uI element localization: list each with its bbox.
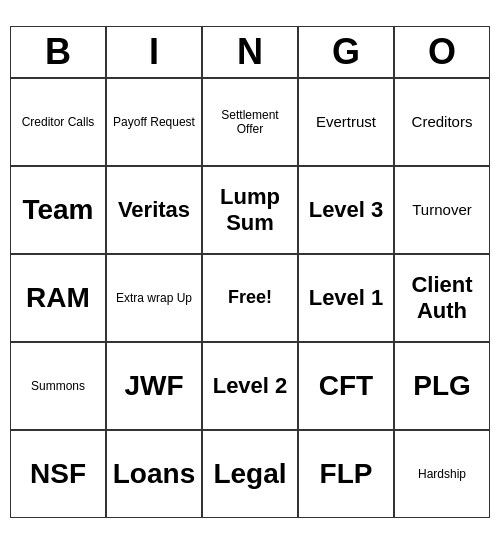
bingo-cell: Payoff Request [106, 78, 202, 166]
bingo-row: NSFLoansLegalFLPHardship [10, 430, 490, 518]
bingo-cell: Level 1 [298, 254, 394, 342]
bingo-row: SummonsJWFLevel 2CFTPLG [10, 342, 490, 430]
bingo-row: RAMExtra wrap UpFree!Level 1Client Auth [10, 254, 490, 342]
bingo-cell: Client Auth [394, 254, 490, 342]
bingo-cell: Evertrust [298, 78, 394, 166]
bingo-cell: Level 2 [202, 342, 298, 430]
bingo-cell: Settlement Offer [202, 78, 298, 166]
header-letter: I [106, 26, 202, 78]
bingo-cell: Loans [106, 430, 202, 518]
bingo-cell: Free! [202, 254, 298, 342]
bingo-header: BINGO [10, 26, 490, 78]
bingo-cell: Extra wrap Up [106, 254, 202, 342]
bingo-cell: RAM [10, 254, 106, 342]
bingo-cell: Creditors [394, 78, 490, 166]
header-letter: O [394, 26, 490, 78]
bingo-cell: Summons [10, 342, 106, 430]
header-letter: G [298, 26, 394, 78]
bingo-row: Creditor CallsPayoff RequestSettlement O… [10, 78, 490, 166]
bingo-cell: Lump Sum [202, 166, 298, 254]
bingo-cell: Turnover [394, 166, 490, 254]
bingo-cell: CFT [298, 342, 394, 430]
bingo-cell: Veritas [106, 166, 202, 254]
bingo-cell: NSF [10, 430, 106, 518]
bingo-card: BINGO Creditor CallsPayoff RequestSettle… [10, 26, 490, 518]
bingo-cell: FLP [298, 430, 394, 518]
bingo-cell: JWF [106, 342, 202, 430]
header-letter: N [202, 26, 298, 78]
bingo-cell: Level 3 [298, 166, 394, 254]
bingo-grid: Creditor CallsPayoff RequestSettlement O… [10, 78, 490, 518]
bingo-cell: Hardship [394, 430, 490, 518]
bingo-cell: PLG [394, 342, 490, 430]
bingo-cell: Legal [202, 430, 298, 518]
bingo-row: TeamVeritasLump SumLevel 3Turnover [10, 166, 490, 254]
header-letter: B [10, 26, 106, 78]
bingo-cell: Team [10, 166, 106, 254]
bingo-cell: Creditor Calls [10, 78, 106, 166]
